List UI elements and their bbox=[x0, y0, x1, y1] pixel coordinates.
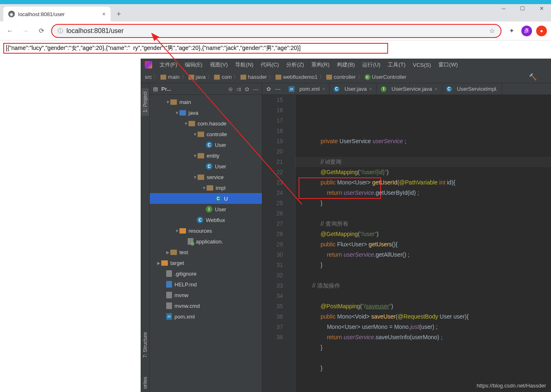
globe-icon: ◉ bbox=[8, 11, 15, 17]
url-text: localhost:8081/user bbox=[66, 27, 124, 35]
tree-item-file[interactable]: HELP.md bbox=[150, 279, 262, 290]
editor-tab-user[interactable]: CUser.java× bbox=[330, 83, 377, 94]
collapse-icon[interactable]: ⇉ bbox=[236, 86, 241, 92]
extensions-icon[interactable]: ✦ bbox=[506, 25, 517, 37]
build-hammer-icon[interactable]: 🔨 bbox=[529, 73, 537, 81]
menu-run[interactable]: 运行(U) bbox=[362, 61, 380, 68]
extension-badge[interactable]: ● bbox=[536, 26, 547, 36]
tree-item-class[interactable]: CUser bbox=[150, 139, 262, 150]
folder-icon bbox=[326, 75, 332, 80]
editor-settings-icon[interactable]: ✿ bbox=[266, 86, 271, 92]
page-content: [{"name":"lucy","gender":"女","age":20},{… bbox=[0, 40, 551, 59]
tree-item-package[interactable]: com.hassde bbox=[150, 118, 262, 129]
window-title-bar bbox=[0, 0, 551, 4]
settings-gear-icon[interactable]: ✿ bbox=[245, 86, 250, 92]
tree-item-service[interactable]: service bbox=[150, 172, 262, 182]
favorites-tool-tab[interactable]: orites bbox=[141, 373, 149, 392]
tree-item-controller[interactable]: controlle bbox=[150, 129, 262, 139]
browser-tab-strip: ◉ localhost:8081/user × + bbox=[0, 4, 551, 21]
gutter-icons bbox=[287, 95, 295, 392]
close-icon[interactable]: × bbox=[369, 86, 372, 92]
tree-item-test[interactable]: test bbox=[150, 247, 262, 257]
ide-menu-bar: 文件(F) 编辑(E) 视图(V) 导航(N) 代码(C) 分析(Z) 重构(R… bbox=[141, 59, 551, 71]
code-editor[interactable]: 1516171819202122232425262728293031323334… bbox=[262, 95, 551, 392]
tree-item-impl[interactable]: impl bbox=[150, 182, 262, 193]
class-icon: C bbox=[365, 74, 370, 80]
new-tab-button[interactable]: + bbox=[113, 8, 125, 20]
menu-window[interactable]: 窗口(W) bbox=[438, 61, 458, 68]
close-icon[interactable]: × bbox=[322, 86, 325, 92]
hide-icon[interactable]: — bbox=[253, 86, 259, 92]
menu-refactor[interactable]: 重构(R) bbox=[311, 61, 330, 68]
menu-view[interactable]: 视图(V) bbox=[210, 61, 228, 68]
line-number-gutter: 1516171819202122232425262728293031323334… bbox=[262, 95, 287, 392]
menu-code[interactable]: 代码(C) bbox=[261, 61, 279, 68]
folder-icon bbox=[160, 75, 166, 80]
intellij-logo-icon bbox=[145, 61, 152, 68]
folder-icon bbox=[276, 75, 281, 80]
editor-tab-userservice[interactable]: IUserService.java× bbox=[377, 83, 442, 94]
browser-toolbar: ← → ⟳ ⓘ localhost:8081/user ☆ ✦ 彥 ● bbox=[0, 21, 551, 40]
menu-build[interactable]: 构建(B) bbox=[337, 61, 355, 68]
menu-navigate[interactable]: 导航(N) bbox=[235, 61, 253, 68]
breadcrumb-item[interactable]: src bbox=[145, 74, 152, 80]
ide-body: 1: Project 7: Structure orites ▤ Pr... ⊕… bbox=[141, 83, 551, 392]
project-panel-header: ▤ Pr... ⊕ ⇉ ✿ — bbox=[150, 83, 262, 95]
tree-item-file[interactable]: mvnw bbox=[150, 290, 262, 300]
ide-window: 文件(F) 编辑(E) 视图(V) 导航(N) 代码(C) 分析(Z) 重构(R… bbox=[141, 59, 551, 392]
address-bar[interactable]: ⓘ localhost:8081/user ☆ bbox=[51, 24, 502, 38]
reload-button[interactable]: ⟳ bbox=[35, 25, 47, 37]
menu-tools[interactable]: 工具(T) bbox=[388, 61, 405, 68]
project-tool-tab[interactable]: 1: Project bbox=[141, 88, 149, 116]
forward-button[interactable]: → bbox=[20, 25, 31, 37]
menu-vcs[interactable]: VCS(S) bbox=[413, 62, 431, 68]
browser-tab[interactable]: ◉ localhost:8081/user × bbox=[3, 7, 111, 21]
project-tree[interactable]: main java com.hassde controlle CUser ent… bbox=[150, 95, 262, 392]
maximize-button[interactable]: ☐ bbox=[513, 0, 532, 17]
tree-item-file[interactable]: application. bbox=[150, 236, 262, 247]
project-panel-title: Pr... bbox=[161, 86, 225, 92]
window-controls: ─ ☐ ✕ bbox=[494, 0, 551, 17]
locate-icon[interactable]: ⊕ bbox=[228, 86, 233, 92]
bookmark-star-icon[interactable]: ☆ bbox=[489, 27, 495, 35]
tree-item-main[interactable]: main bbox=[150, 97, 262, 107]
tree-item-interface[interactable]: IUser bbox=[150, 204, 262, 215]
menu-analyze[interactable]: 分析(Z) bbox=[286, 61, 304, 68]
editor-tab-pom[interactable]: mpom.xml× bbox=[285, 83, 330, 94]
tree-item-class-selected[interactable]: CU bbox=[150, 193, 262, 204]
tree-item-target[interactable]: target bbox=[150, 257, 262, 268]
tree-item-file[interactable]: mvnw.cmd bbox=[150, 300, 262, 311]
breadcrumb-item[interactable]: webfluxdemo1 bbox=[283, 74, 318, 80]
project-icon: ▤ bbox=[153, 86, 158, 92]
profile-avatar[interactable]: 彥 bbox=[521, 26, 532, 36]
breadcrumb-item[interactable]: com bbox=[221, 74, 232, 80]
hide-panel-icon[interactable]: — bbox=[275, 86, 280, 92]
tree-item-file[interactable]: mpom.xml bbox=[150, 311, 262, 322]
tab-title: localhost:8081/user bbox=[18, 11, 65, 17]
folder-icon bbox=[240, 75, 246, 80]
tool-window-stripe: 1: Project 7: Structure orites bbox=[141, 83, 150, 392]
menu-edit[interactable]: 编辑(E) bbox=[185, 61, 203, 68]
structure-tool-tab[interactable]: 7: Structure bbox=[141, 329, 149, 361]
tab-close-icon[interactable]: × bbox=[102, 11, 106, 17]
folder-icon bbox=[214, 75, 220, 80]
breadcrumb-item[interactable]: UserController bbox=[372, 74, 407, 80]
menu-file[interactable]: 文件(F) bbox=[160, 61, 177, 68]
tree-item-class[interactable]: CUser bbox=[150, 161, 262, 172]
tree-item-entity[interactable]: entity bbox=[150, 150, 262, 161]
breadcrumb-item[interactable]: main bbox=[168, 74, 179, 80]
close-window-button[interactable]: ✕ bbox=[532, 0, 551, 17]
breadcrumb-item[interactable]: controller bbox=[334, 74, 356, 80]
close-icon[interactable]: × bbox=[435, 86, 438, 92]
tree-item-resources[interactable]: resources bbox=[150, 225, 262, 236]
back-button[interactable]: ← bbox=[4, 25, 16, 37]
editor-tab-userserviceimpl[interactable]: CUserServiceImpl. bbox=[442, 83, 502, 94]
breadcrumb-item[interactable]: hassder bbox=[248, 74, 267, 80]
minimize-button[interactable]: ─ bbox=[494, 0, 513, 17]
editor-area: ✿ — mpom.xml× CUser.java× IUserService.j… bbox=[262, 83, 551, 392]
code-text[interactable]: private UserService userService ; // id查… bbox=[295, 95, 551, 392]
tree-item-class[interactable]: CWebflux bbox=[150, 215, 262, 225]
tree-item-file[interactable]: .gitignore bbox=[150, 268, 262, 279]
tree-item-java[interactable]: java bbox=[150, 107, 262, 118]
breadcrumb-item[interactable]: java bbox=[196, 74, 206, 80]
